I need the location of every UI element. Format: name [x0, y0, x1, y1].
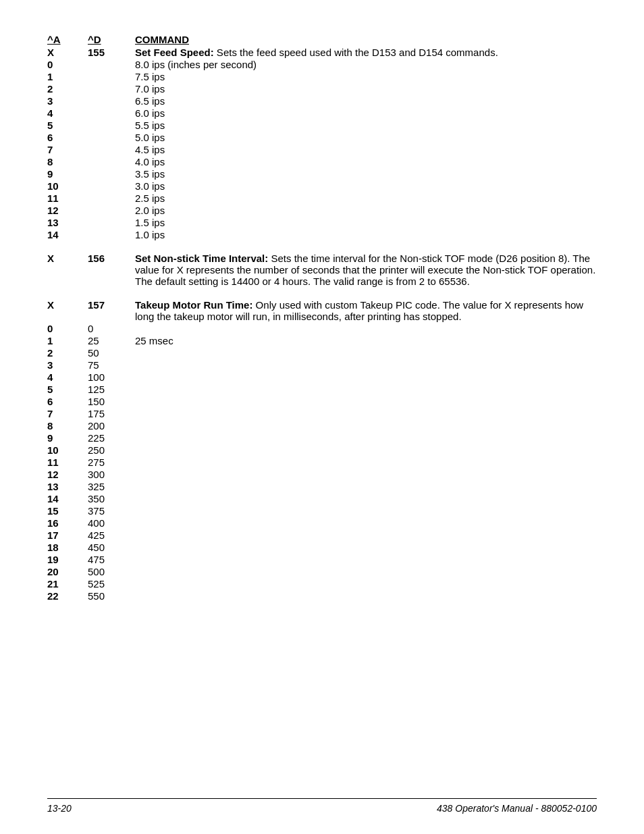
s157-val-4: 100: [88, 371, 135, 383]
num-2: 2: [47, 83, 88, 95]
s157-val-9: 225: [88, 432, 135, 444]
list-item: 16 400: [47, 517, 597, 529]
list-item: 5 125: [47, 384, 597, 395]
num-5: 5: [47, 120, 88, 131]
command-header: COMMAND: [135, 34, 597, 45]
list-item: 11 275: [47, 457, 597, 468]
s157-val-13: 325: [88, 481, 135, 492]
s157-val-10: 250: [88, 444, 135, 456]
desc-4: 6.0 ips: [135, 107, 597, 119]
section-157-table: 0 0 1 25 25 msec 2 50 3 75 4 100 5 125: [47, 323, 597, 602]
s157-val-19: 475: [88, 554, 135, 565]
s157-val-14: 350: [88, 493, 135, 504]
list-item: 12 300: [47, 469, 597, 480]
s157-num-19: 19: [47, 554, 88, 565]
section-157-d: 157: [88, 299, 135, 311]
desc-6: 5.0 ips: [135, 132, 597, 143]
desc-0: 8.0 ips (inches per second): [135, 59, 597, 70]
list-item: 12 2.0 ips: [47, 205, 597, 216]
list-item: 10 250: [47, 444, 597, 456]
num-7: 7: [47, 144, 88, 155]
list-item: 7 4.5 ips: [47, 144, 597, 155]
list-item: 1 7.5 ips: [47, 71, 597, 82]
num-4: 4: [47, 107, 88, 119]
s157-num-6: 6: [47, 396, 88, 407]
num-12: 12: [47, 205, 88, 216]
list-item: 6 5.0 ips: [47, 132, 597, 143]
s157-val-5: 125: [88, 384, 135, 395]
num-1: 1: [47, 71, 88, 82]
list-item: 0 0: [47, 323, 597, 334]
s157-num-22: 22: [47, 590, 88, 602]
section-156-title: Set Non-stick Time Interval:: [135, 253, 268, 264]
col-d-header: ^D: [88, 34, 135, 45]
s157-val-18: 450: [88, 542, 135, 553]
s157-num-3: 3: [47, 359, 88, 371]
num-14: 14: [47, 229, 88, 240]
num-6: 6: [47, 132, 88, 143]
section-156-a: X: [47, 253, 88, 264]
num-0: 0: [47, 59, 88, 70]
num-9: 9: [47, 168, 88, 180]
section-155-title: Set Feed Speed:: [135, 47, 214, 58]
list-item: 14 1.0 ips: [47, 229, 597, 240]
column-headers: ^A ^D COMMAND: [47, 34, 597, 45]
num-3: 3: [47, 95, 88, 107]
s157-num-9: 9: [47, 432, 88, 444]
list-item: 9 225: [47, 432, 597, 444]
section-155-a: X: [47, 47, 88, 58]
page: ^A ^D COMMAND X 155 Set Feed Speed: Sets…: [0, 0, 644, 834]
section-157-cmd: Takeup Motor Run Time: Only used with cu…: [135, 299, 597, 322]
list-item: 22 550: [47, 590, 597, 602]
num-11: 11: [47, 192, 88, 204]
section-155-desc: Sets the feed speed used with the D153 a…: [214, 47, 498, 58]
desc-11: 2.5 ips: [135, 192, 597, 204]
list-item: 18 450: [47, 542, 597, 553]
list-item: 1 25 25 msec: [47, 335, 597, 346]
desc-14: 1.0 ips: [135, 229, 597, 240]
num-10: 10: [47, 180, 88, 192]
section-156-title-row: X 156 Set Non-stick Time Interval: Sets …: [47, 253, 597, 287]
s157-num-11: 11: [47, 457, 88, 468]
s157-val-3: 75: [88, 359, 135, 371]
list-item: 3 6.5 ips: [47, 95, 597, 107]
s157-num-16: 16: [47, 517, 88, 529]
list-item: 17 425: [47, 529, 597, 541]
s157-val-12: 300: [88, 469, 135, 480]
num-8: 8: [47, 156, 88, 167]
s157-val-2: 50: [88, 347, 135, 359]
desc-3: 6.5 ips: [135, 95, 597, 107]
page-footer: 13-20 438 Operator's Manual - 880052-010…: [47, 798, 597, 814]
desc-12: 2.0 ips: [135, 205, 597, 216]
section-155-table: 0 8.0 ips (inches per second) 1 7.5 ips …: [47, 59, 597, 240]
s157-num-20: 20: [47, 566, 88, 577]
s157-num-1: 1: [47, 335, 88, 346]
list-item: 20 500: [47, 566, 597, 577]
s157-num-8: 8: [47, 420, 88, 432]
s157-val-16: 400: [88, 517, 135, 529]
footer-left: 13-20: [47, 803, 72, 814]
s157-num-4: 4: [47, 371, 88, 383]
section-157-title-row: X 157 Takeup Motor Run Time: Only used w…: [47, 299, 597, 322]
col-d-label: ^D: [88, 34, 101, 45]
list-item: 2 50: [47, 347, 597, 359]
list-item: 5 5.5 ips: [47, 120, 597, 131]
desc-8: 4.0 ips: [135, 156, 597, 167]
s157-val-15: 375: [88, 505, 135, 517]
list-item: 6 150: [47, 396, 597, 407]
s157-num-18: 18: [47, 542, 88, 553]
desc-7: 4.5 ips: [135, 144, 597, 155]
list-item: 3 75: [47, 359, 597, 371]
s157-num-15: 15: [47, 505, 88, 517]
s157-val-0: 0: [88, 323, 135, 334]
s157-val-1: 25: [88, 335, 135, 346]
s157-val-6: 150: [88, 396, 135, 407]
list-item: 9 3.5 ips: [47, 168, 597, 180]
s157-num-10: 10: [47, 444, 88, 456]
s157-num-0: 0: [47, 323, 88, 334]
s157-val-17: 425: [88, 529, 135, 541]
section-155-d: 155: [88, 47, 135, 58]
desc-9: 3.5 ips: [135, 168, 597, 180]
list-item: 19 475: [47, 554, 597, 565]
s157-num-14: 14: [47, 493, 88, 504]
